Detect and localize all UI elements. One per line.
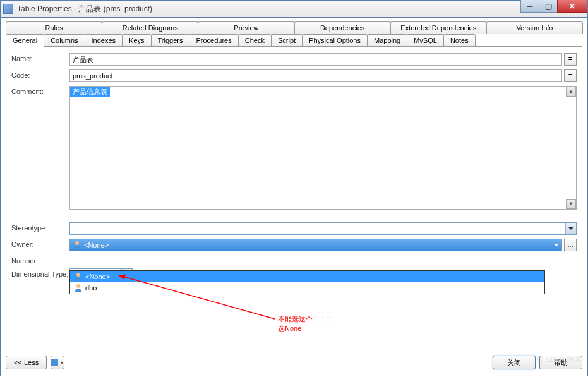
- comment-selected-text: 产品信息表: [70, 87, 110, 97]
- options-icon-button[interactable]: [51, 356, 64, 369]
- number-row: Number:: [11, 255, 577, 265]
- name-row: Name: =: [11, 53, 577, 66]
- scroll-down-icon[interactable]: ▼: [566, 199, 576, 209]
- tab-check[interactable]: Check: [238, 34, 272, 47]
- comment-textarea[interactable]: 产品信息表 ▲ ▼: [69, 86, 577, 210]
- chevron-down-icon: [565, 223, 576, 234]
- tab-preview[interactable]: Preview: [198, 21, 294, 34]
- name-label: Name:: [11, 53, 69, 63]
- tab-rules[interactable]: Rules: [6, 21, 102, 34]
- chevron-down-icon: [551, 239, 561, 251]
- tab-version-info[interactable]: Version Info: [486, 21, 583, 34]
- scroll-up-icon[interactable]: ▲: [566, 87, 576, 97]
- code-eq-button[interactable]: =: [564, 69, 577, 82]
- tab-mapping[interactable]: Mapping: [367, 34, 407, 47]
- stereotype-row: Stereotype:: [11, 222, 577, 235]
- annotation-line2: 选None: [278, 324, 333, 333]
- dimtype-label: Dimensional Type:: [11, 268, 69, 278]
- bottom-bar: << Less 关闭 帮助: [6, 356, 582, 369]
- chevron-down-icon: [60, 362, 64, 364]
- owner-value: <None>: [84, 241, 109, 249]
- tab-indexes[interactable]: Indexes: [85, 34, 123, 47]
- person-icon: [73, 241, 81, 249]
- tab-notes[interactable]: Notes: [443, 34, 476, 47]
- tab-columns[interactable]: Columns: [44, 34, 85, 47]
- dropdown-item-label: <None>: [85, 273, 110, 280]
- tab-triggers[interactable]: Triggers: [151, 34, 190, 47]
- less-button[interactable]: << Less: [6, 356, 47, 369]
- window-title: Table Properties - 产品表 (pms_product): [17, 4, 521, 15]
- close-window-button[interactable]: ✕: [557, 0, 587, 13]
- name-eq-button[interactable]: =: [564, 53, 577, 66]
- name-input[interactable]: [69, 53, 562, 66]
- person-icon: [74, 284, 83, 292]
- tab-related-diagrams[interactable]: Related Diagrams: [102, 21, 198, 34]
- app-icon: [3, 4, 13, 14]
- tab-row-lower: General Columns Indexes Keys Triggers Pr…: [6, 34, 582, 47]
- titlebar: Table Properties - 产品表 (pms_product) ─ ▢…: [0, 0, 588, 18]
- tab-dependencies[interactable]: Dependencies: [294, 21, 391, 34]
- tab-keys[interactable]: Keys: [122, 34, 151, 47]
- person-icon: [74, 272, 83, 281]
- minimize-button[interactable]: ─: [520, 0, 539, 13]
- code-input[interactable]: [69, 69, 562, 82]
- watermark: @ 51CTO博客: [537, 355, 582, 364]
- tab-procedures[interactable]: Procedures: [189, 34, 238, 47]
- stack-icon: [51, 359, 58, 366]
- tab-general[interactable]: General: [6, 34, 44, 47]
- maximize-button[interactable]: ▢: [539, 0, 558, 13]
- general-panel: Name: = Code: = Comment: 产品信息表 ▲ ▼ Stere…: [6, 46, 582, 349]
- owner-label: Owner:: [11, 239, 69, 248]
- annotation-line1: 不能选这个！！！: [278, 314, 333, 324]
- tab-script[interactable]: Script: [271, 34, 303, 47]
- tab-mysql[interactable]: MySQL: [407, 34, 444, 47]
- window-buttons: ─ ▢ ✕: [521, 0, 587, 13]
- tab-row-upper: Rules Related Diagrams Preview Dependenc…: [6, 21, 582, 34]
- owner-combo[interactable]: <None>: [69, 239, 562, 251]
- owner-dropdown-list: <None> dbo: [69, 270, 545, 294]
- number-label: Number:: [11, 255, 69, 265]
- comment-label: Comment:: [11, 86, 69, 95]
- close-button[interactable]: 关闭: [493, 356, 536, 369]
- comment-row: Comment: 产品信息表 ▲ ▼: [11, 86, 577, 210]
- dropdown-item-none[interactable]: <None>: [70, 271, 544, 282]
- stereotype-combo[interactable]: [69, 222, 577, 235]
- tab-extended-dependencies[interactable]: Extended Dependencies: [390, 21, 487, 34]
- dropdown-item-label: dbo: [85, 284, 97, 292]
- code-row: Code: =: [11, 69, 577, 82]
- owner-browse-button[interactable]: ...: [564, 239, 577, 251]
- annotation-text: 不能选这个！！！ 选None: [278, 314, 333, 334]
- tab-physical-options[interactable]: Physical Options: [302, 34, 368, 47]
- owner-row: Owner: <None> ...: [11, 239, 577, 251]
- stereotype-label: Stereotype:: [11, 222, 69, 232]
- dropdown-item-dbo[interactable]: dbo: [70, 282, 544, 294]
- code-label: Code:: [11, 69, 69, 79]
